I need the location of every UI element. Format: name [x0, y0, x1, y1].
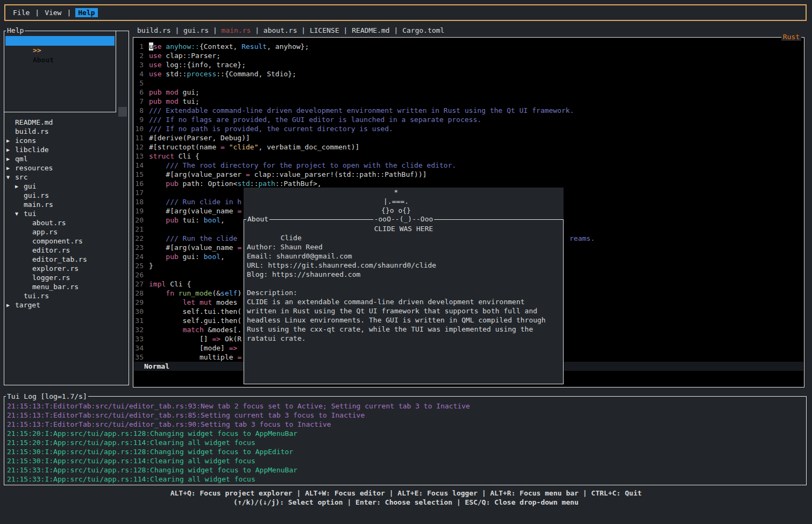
log-entry: 21:15:13:T:EditorTab:src/tui/editor_tab.…	[7, 401, 806, 411]
line-number: 19	[134, 206, 144, 216]
tree-item-build-rs[interactable]: build.rs	[4, 127, 128, 136]
tree-item-about-rs[interactable]: about.rs	[4, 218, 128, 227]
line-number: 30	[134, 307, 144, 316]
code-token: }	[149, 262, 153, 270]
tree-item-gui-rs[interactable]: gui.rs	[4, 191, 128, 200]
explorer-scrollbar-thumb[interactable]	[118, 107, 127, 117]
code-line: 14 /// The root directory for the projec…	[134, 161, 803, 170]
tab-Cargo-toml[interactable]: Cargo.toml	[402, 26, 444, 35]
tab-about-rs[interactable]: about.rs	[263, 26, 297, 35]
code-token	[149, 216, 166, 224]
code-token: /// Run the clide	[166, 234, 237, 242]
clide-tui-app: File|View|Help README.mdbuild.rs▶icons▶l…	[0, 0, 812, 524]
code-token	[149, 298, 183, 306]
line-number: 12	[134, 142, 144, 152]
menu-separator: |	[62, 9, 75, 17]
tree-item-label: logger.rs	[32, 274, 70, 282]
help-dropdown-menu: >> About	[4, 31, 116, 112]
ascii-art-border: -ooO--(_)--Ooo	[373, 215, 435, 223]
code-token: pub	[149, 88, 161, 96]
about-text-line: CLIDE is an extendable command-line driv…	[247, 297, 560, 306]
code-line: 15 #[arg(value_parser = clap::value_pars…	[134, 170, 803, 179]
tree-item-resources[interactable]: ▶resources	[4, 163, 128, 173]
chevron-collapsed-icon: ▶	[6, 136, 10, 145]
tree-item-tui[interactable]: ▼tui	[4, 209, 128, 218]
code-token: anyhow::	[166, 42, 200, 51]
code-token: modes	[212, 298, 237, 306]
tree-item-label: src	[15, 173, 27, 181]
tree-item-src[interactable]: ▼src	[4, 173, 128, 182]
menu-view[interactable]: View	[44, 8, 62, 17]
tree-item-target[interactable]: ▶target	[4, 300, 128, 310]
code-token: self.gui.then(	[149, 317, 241, 325]
tree-item-editor_tab-rs[interactable]: editor_tab.rs	[4, 255, 128, 264]
tree-item-main-rs[interactable]: main.rs	[4, 200, 128, 209]
line-number: 4	[134, 69, 144, 78]
tree-item-explorer-rs[interactable]: explorer.rs	[4, 264, 128, 273]
log-entry: 21:15:30:I:App:src/tui/app.rs:114:Cleari…	[7, 456, 806, 465]
code-line: 2use clap::Parser;	[134, 51, 803, 60]
tree-item-README-md[interactable]: README.md	[4, 118, 128, 127]
menu-help[interactable]: Help	[75, 8, 97, 17]
code-token: use	[149, 52, 161, 60]
code-line: 3use log::{info, trace};	[134, 60, 803, 69]
tree-item-menu_bar-rs[interactable]: menu_bar.rs	[4, 282, 128, 291]
tree-item-label: target	[15, 301, 40, 309]
app-tagline: CLIDE WAS HERE	[374, 224, 433, 233]
tree-item-label: tui.rs	[24, 292, 49, 300]
tree-item-gui[interactable]: ▶gui	[4, 182, 128, 191]
tree-item-label: qml	[15, 155, 27, 163]
code-token: gui:	[179, 253, 204, 261]
tab-gui-rs[interactable]: gui.rs	[183, 26, 209, 35]
tab-LICENSE[interactable]: LICENSE	[310, 26, 339, 35]
tab-README-md[interactable]: README.md	[352, 26, 389, 35]
code-line: 7pub mod tui;	[134, 97, 803, 106]
code-token: ::PathBuf>,	[275, 180, 322, 188]
code-token: tui;	[179, 97, 200, 105]
code-token: , verbatim_doc_comment)]	[259, 143, 360, 151]
menu-item-about[interactable]: >> About	[5, 36, 115, 46]
code-token: =	[237, 243, 241, 252]
line-number: 26	[134, 270, 144, 279]
selection-chevron-icon: >>	[33, 46, 41, 54]
code-token: (&	[212, 289, 220, 297]
tree-item-component-rs[interactable]: component.rs	[4, 236, 128, 246]
tree-item-label: app.rs	[32, 228, 58, 236]
line-number: 32	[134, 325, 144, 334]
log-entry: 21:15:33:I:App:src/tui/app.rs:128:Changi…	[7, 465, 806, 475]
code-token: tui:	[179, 216, 204, 224]
tree-item-label: libclide	[15, 146, 49, 154]
line-number: 6	[134, 88, 144, 97]
tree-item-editor-rs[interactable]: editor.rs	[4, 246, 128, 255]
line-number: 10	[134, 124, 144, 133]
tree-item-libclide[interactable]: ▶libclide	[4, 145, 128, 154]
code-token: {Context,	[200, 42, 241, 51]
line-number: 15	[134, 170, 144, 179]
line-number: 29	[134, 298, 144, 307]
code-line: 9/// If no flags are provided, the GUI e…	[134, 115, 803, 124]
tab-build-rs[interactable]: build.rs	[137, 26, 171, 35]
code-token: mod	[166, 97, 178, 105]
tui-log-panel[interactable]: 21:15:13:T:EditorTab:src/tui/editor_tab.…	[4, 396, 807, 485]
file-tree: README.mdbuild.rs▶icons▶libclide▶qml▶res…	[4, 118, 128, 310]
tree-item-label: component.rs	[32, 237, 83, 245]
tab-main-rs[interactable]: main.rs	[222, 26, 251, 35]
code-token: #[arg(value_parser	[149, 170, 246, 178]
tree-item-tui-rs[interactable]: tui.rs	[4, 291, 128, 300]
line-number: 14	[134, 161, 144, 170]
code-token: , anyhow};	[267, 42, 309, 51]
code-token: mod	[166, 88, 178, 96]
tree-item-app-rs[interactable]: app.rs	[4, 227, 128, 236]
tree-item-icons[interactable]: ▶icons	[4, 136, 128, 145]
tree-item-label: resources	[15, 164, 53, 172]
line-number: 31	[134, 316, 144, 325]
code-token: =>	[212, 335, 220, 343]
line-number: 34	[134, 343, 144, 353]
code-token	[195, 298, 200, 306]
menu-file[interactable]: File	[12, 8, 31, 17]
tree-item-qml[interactable]: ▶qml	[4, 154, 128, 163]
line-number: 3	[134, 60, 144, 69]
tree-item-logger-rs[interactable]: logger.rs	[4, 273, 128, 282]
code-token: ::	[250, 180, 259, 188]
line-number: 27	[134, 279, 144, 289]
